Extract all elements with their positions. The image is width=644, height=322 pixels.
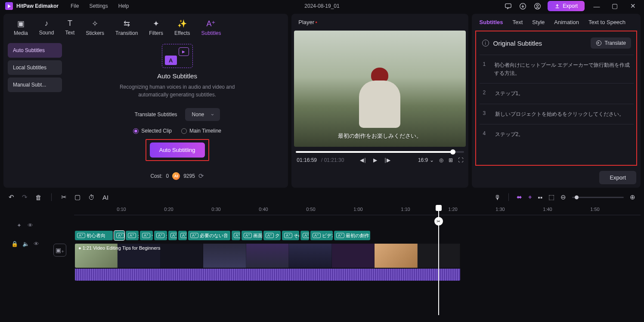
subtitle-clip[interactable]: A⁺そσ: [282, 231, 299, 240]
rtab-subtitles[interactable]: Subtitles: [480, 19, 503, 25]
menu-file[interactable]: File: [71, 3, 79, 9]
tab-stickers[interactable]: ✧Stickers: [86, 19, 104, 36]
eye-icon[interactable]: 👁: [34, 241, 39, 247]
subtitle-clip[interactable]: A⁺最初の創作: [334, 231, 370, 240]
scrollbar[interactable]: [637, 31, 637, 87]
rtab-text[interactable]: Text: [513, 19, 523, 25]
snapshot-icon[interactable]: ◎: [439, 157, 443, 163]
crop-icon[interactable]: ⊞: [449, 157, 453, 163]
subtitle-clip[interactable]: A⁺: [232, 231, 240, 240]
tab-filters[interactable]: ✦Filters: [149, 19, 163, 36]
aspect-ratio[interactable]: 16:9 ⌄: [418, 157, 434, 163]
ai-badge: A⁺: [284, 233, 292, 238]
tab-subtitles[interactable]: A⁺Subtitles: [201, 19, 221, 36]
subtitle-clip[interactable]: A⁺ク: [126, 231, 139, 240]
timeline-ruler[interactable]: 0:100:200:300:400:501:001:101:201:301:40…: [74, 205, 641, 215]
translate-select[interactable]: None: [185, 108, 220, 121]
minimize-button[interactable]: —: [591, 0, 603, 12]
radio-selected-clip[interactable]: Selected Clip: [133, 128, 172, 134]
mark-button[interactable]: ▢: [74, 193, 80, 201]
subtitle-clip[interactable]: A⁺タ: [154, 231, 167, 240]
redo-button[interactable]: ↷: [22, 193, 28, 201]
split-button[interactable]: ✂: [61, 193, 67, 201]
tab-text[interactable]: TText: [65, 19, 74, 36]
category-tabs: ▣Media ♪Sound TText ✧Stickers ⇆Transitio…: [3, 14, 288, 40]
tab-sound[interactable]: ♪Sound: [39, 19, 54, 36]
mute-icon[interactable]: 🔈: [22, 241, 29, 247]
subtitle-clip[interactable]: A⁺初心者向: [75, 231, 113, 240]
refresh-icon[interactable]: ⟳: [198, 172, 204, 180]
svg-rect-0: [505, 3, 511, 7]
add-track-button[interactable]: ▣₊: [53, 244, 66, 257]
progress-bar[interactable]: [296, 151, 464, 153]
subtitle-clip[interactable]: A⁺: [114, 231, 124, 240]
subtitle-clip[interactable]: A⁺クリ: [263, 231, 281, 240]
rtab-tts[interactable]: Text to Speech: [588, 19, 625, 25]
next-frame-button[interactable]: ∣▶: [384, 157, 390, 163]
play-button[interactable]: ▶: [373, 157, 377, 163]
main-menu: File Settings Help: [71, 3, 129, 9]
subtitle-item[interactable]: 2ステップ1。: [480, 83, 634, 104]
info-icon[interactable]: i: [482, 40, 489, 46]
delete-button[interactable]: 🗑: [35, 194, 42, 201]
audio-track[interactable]: [75, 269, 460, 281]
tab-media[interactable]: ▣Media: [14, 19, 28, 36]
maximize-button[interactable]: ▢: [609, 0, 621, 12]
cut-icon[interactable]: ✂: [434, 217, 443, 226]
magnet-icon[interactable]: ⌖: [528, 193, 532, 201]
mic-icon[interactable]: 🎙: [494, 194, 501, 201]
sparkle-icon[interactable]: ✦: [17, 222, 22, 229]
download-icon[interactable]: [518, 2, 527, 10]
local-subtitles-button[interactable]: Local Subtitles: [8, 60, 62, 75]
subtitle-clip[interactable]: A⁺: [168, 231, 177, 240]
undo-button[interactable]: ↶: [9, 193, 14, 201]
ai-button[interactable]: AI: [102, 194, 108, 201]
fullscreen-icon[interactable]: ⛶: [458, 157, 463, 163]
eye-icon[interactable]: 👁: [28, 222, 33, 229]
account-icon[interactable]: [533, 2, 542, 10]
zoom-slider[interactable]: [572, 197, 624, 198]
link-icon[interactable]: ⬌: [517, 193, 522, 201]
subtitle-item[interactable]: 1初心者向けにヒットプール エデメーカーで旅行動画を作成する方法。: [480, 55, 634, 83]
fit-icon[interactable]: ⬚: [548, 193, 554, 201]
subtitle-clip[interactable]: A⁺ビデオ: [310, 231, 333, 240]
subtitle-clip[interactable]: A⁺一: [140, 231, 153, 240]
subtitles-export-button[interactable]: Export: [599, 171, 636, 184]
snap-icon[interactable]: ▪▪: [538, 194, 542, 201]
subtitle-item[interactable]: 4ステップ2。: [480, 124, 634, 145]
ai-badge: A⁺: [234, 233, 240, 238]
radio-main-timeline[interactable]: Main Timeline: [181, 128, 221, 134]
close-button[interactable]: ✕: [627, 0, 639, 12]
video-caption: 最初の創作をお楽しみください。: [338, 132, 422, 140]
video-track[interactable]: ● 1:21 Video Editing Tips for Beginners: [75, 244, 460, 268]
feedback-icon[interactable]: [504, 2, 512, 10]
auto-subtitles-panel: ▶ A Auto Subtitles Recognizing human voi…: [66, 40, 288, 188]
subtitle-track[interactable]: A⁺初心者向A⁺A⁺クA⁺一A⁺タA⁺A⁺A⁺必要のない音A⁺A⁺画面A⁺クリA…: [75, 231, 460, 240]
manual-subtitles-button[interactable]: Manual Subt...: [8, 77, 62, 92]
playhead[interactable]: ✂: [438, 205, 439, 315]
rtab-style[interactable]: Style: [532, 19, 545, 25]
subtitle-clip[interactable]: A⁺画面: [242, 231, 262, 240]
translate-button[interactable]: Translate: [591, 37, 631, 49]
speed-button[interactable]: ⏱: [88, 194, 95, 201]
tab-effects[interactable]: ✨Effects: [174, 19, 190, 36]
export-button[interactable]: Export: [548, 1, 585, 11]
timeline-tracks[interactable]: A⁺初心者向A⁺A⁺クA⁺一A⁺タA⁺A⁺A⁺必要のない音A⁺A⁺画面A⁺クリA…: [75, 231, 639, 281]
coin-icon: AI: [172, 172, 180, 180]
subtitle-clip[interactable]: A⁺: [300, 231, 309, 240]
auto-subtitling-button[interactable]: Auto Subtitling: [150, 142, 205, 158]
menu-settings[interactable]: Settings: [89, 3, 108, 9]
zoom-in-button[interactable]: ⊕: [630, 193, 635, 201]
zoom-out-button[interactable]: ⊖: [560, 193, 566, 201]
auto-subtitles-button[interactable]: Auto Subtitles: [8, 43, 62, 58]
lock-icon[interactable]: 🔒: [11, 241, 18, 247]
menu-help[interactable]: Help: [118, 3, 129, 9]
prev-frame-button[interactable]: ◀∣: [360, 157, 366, 163]
subtitle-item[interactable]: 3新しいプロジェクトを始めるをクリックしてください。: [480, 104, 634, 124]
subtitle-clip[interactable]: A⁺: [178, 231, 187, 240]
subtitles-icon: A⁺: [206, 19, 216, 28]
tab-transition[interactable]: ⇆Transition: [115, 19, 138, 36]
rtab-animation[interactable]: Animation: [554, 19, 579, 25]
subtitle-clip[interactable]: A⁺必要のない音: [188, 231, 230, 240]
video-preview[interactable]: 最初の創作をお楽しみください。: [294, 31, 465, 147]
